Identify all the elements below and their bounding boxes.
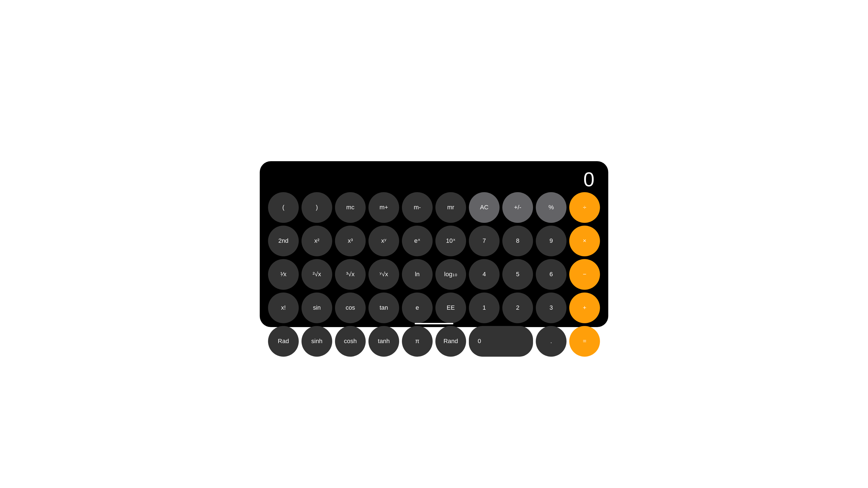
- button-1[interactable]: 1: [469, 293, 500, 323]
- button-m-minus[interactable]: m-: [402, 192, 433, 223]
- button-sin[interactable]: sin: [302, 293, 332, 323]
- button-8[interactable]: 8: [502, 226, 533, 256]
- button-add[interactable]: +: [569, 293, 600, 323]
- button-10-to-x[interactable]: 10ˣ: [435, 226, 466, 256]
- button-6[interactable]: 6: [536, 259, 566, 290]
- button-divide[interactable]: ÷: [569, 192, 600, 223]
- button-m-plus[interactable]: m+: [368, 192, 399, 223]
- button-factorial[interactable]: x!: [268, 293, 299, 323]
- button-tanh[interactable]: tanh: [368, 326, 399, 357]
- button-sinh[interactable]: sinh: [302, 326, 332, 357]
- button-mc[interactable]: mc: [335, 192, 366, 223]
- button-log10[interactable]: log₁₀: [435, 259, 466, 290]
- button-5[interactable]: 5: [502, 259, 533, 290]
- button-ac[interactable]: AC: [469, 192, 500, 223]
- button-pi[interactable]: π: [402, 326, 433, 357]
- button-plus-minus[interactable]: +/-: [502, 192, 533, 223]
- button-e-to-x[interactable]: eˣ: [402, 226, 433, 256]
- button-cosh[interactable]: cosh: [335, 326, 366, 357]
- display-value: 0: [583, 169, 594, 189]
- button-open-paren[interactable]: (: [268, 192, 299, 223]
- button-close-paren[interactable]: ): [302, 192, 332, 223]
- button-0[interactable]: 0: [469, 326, 533, 357]
- buttons-grid: ()mcm+m-mrAC+/-%÷2ndx²x³xʸeˣ10ˣ789×¹⁄x²√…: [268, 192, 600, 357]
- button-multiply[interactable]: ×: [569, 226, 600, 256]
- button-2[interactable]: 2: [502, 293, 533, 323]
- home-indicator: [415, 323, 453, 324]
- button-sqrt2[interactable]: ²√x: [302, 259, 332, 290]
- button-sqrty[interactable]: ʸ√x: [368, 259, 399, 290]
- button-sqrt3[interactable]: ³√x: [335, 259, 366, 290]
- button-ee[interactable]: EE: [435, 293, 466, 323]
- display: 0: [268, 167, 600, 192]
- button-4[interactable]: 4: [469, 259, 500, 290]
- button-7[interactable]: 7: [469, 226, 500, 256]
- button-rad[interactable]: Rad: [268, 326, 299, 357]
- button-x-to-y[interactable]: xʸ: [368, 226, 399, 256]
- button-decimal[interactable]: .: [536, 326, 566, 357]
- button-percent[interactable]: %: [536, 192, 566, 223]
- button-x-squared[interactable]: x²: [302, 226, 332, 256]
- button-mr[interactable]: mr: [435, 192, 466, 223]
- button-subtract[interactable]: −: [569, 259, 600, 290]
- button-rand[interactable]: Rand: [435, 326, 466, 357]
- button-tan[interactable]: tan: [368, 293, 399, 323]
- calculator: 0 ()mcm+m-mrAC+/-%÷2ndx²x³xʸeˣ10ˣ789×¹⁄x…: [260, 161, 608, 327]
- button-one-over-x[interactable]: ¹⁄x: [268, 259, 299, 290]
- button-equals[interactable]: =: [569, 326, 600, 357]
- button-9[interactable]: 9: [536, 226, 566, 256]
- button-2nd[interactable]: 2nd: [268, 226, 299, 256]
- button-x-cubed[interactable]: x³: [335, 226, 366, 256]
- button-ln[interactable]: ln: [402, 259, 433, 290]
- button-e[interactable]: e: [402, 293, 433, 323]
- button-cos[interactable]: cos: [335, 293, 366, 323]
- button-3[interactable]: 3: [536, 293, 566, 323]
